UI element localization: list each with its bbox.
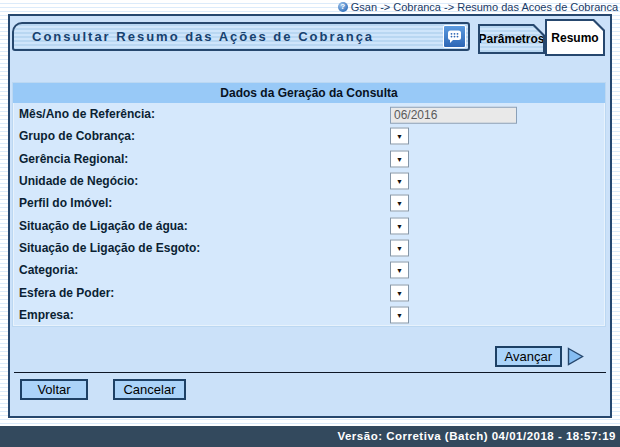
field-label: Esfera de Poder: (13, 286, 114, 300)
form-panel: Dados da Geração da Consulta Mês/Ano de … (12, 82, 606, 327)
form-rows: Mês/Ano de Referência: Grupo de Cobrança… (13, 103, 605, 326)
dropdown[interactable] (390, 239, 409, 256)
dropdown[interactable] (390, 306, 409, 323)
divider (14, 372, 606, 373)
chat-bubble-icon[interactable] (443, 25, 466, 48)
form-row: Gerência Regional: (13, 148, 605, 170)
bottom-buttons: Voltar Cancelar (20, 379, 186, 400)
dropdown[interactable] (390, 195, 409, 212)
field-label: Empresa: (13, 308, 74, 322)
month-year-input (390, 106, 517, 123)
dropdown[interactable] (390, 217, 409, 234)
help-icon[interactable]: ? (338, 2, 348, 12)
advance-area: Avançar (495, 346, 584, 367)
form-row: Categoria: (13, 259, 605, 281)
form-section-title: Dados da Geração da Consulta (13, 83, 605, 103)
dropdown[interactable] (390, 173, 409, 190)
page-title-bar: Consultar Resumo das Ações de Cobrança (12, 22, 470, 51)
tab-parametros-label: Parâmetros (480, 26, 543, 52)
form-row: Esfera de Poder: (13, 281, 605, 303)
field-control (390, 128, 409, 145)
dropdown[interactable] (390, 150, 409, 167)
field-label: Unidade de Negócio: (13, 174, 138, 188)
breadcrumb: ? Gsan -> Cobranca -> Resumo das Acoes d… (338, 0, 618, 13)
field-control (390, 306, 409, 323)
field-control (390, 105, 517, 124)
breadcrumb-text: Gsan -> Cobranca -> Resumo das Acoes de … (351, 1, 618, 13)
form-row: Perfil do Imóvel: (13, 192, 605, 214)
field-label: Mês/Ano de Referência: (13, 107, 155, 121)
back-button[interactable]: Voltar (20, 379, 88, 400)
form-row: Empresa: (13, 304, 605, 326)
tab-resumo[interactable]: Resumo (545, 19, 605, 56)
version-bar: Versão: Corretiva (Batch) 04/01/2018 - 1… (0, 426, 620, 447)
dropdown[interactable] (390, 128, 409, 145)
dropdown[interactable] (390, 262, 409, 279)
form-row: Unidade de Negócio: (13, 170, 605, 192)
form-row: Grupo de Cobrança: (13, 125, 605, 147)
version-text: Versão: Corretiva (Batch) 04/01/2018 - 1… (337, 430, 616, 442)
form-row: Situação de Ligação de água: (13, 214, 605, 236)
field-control (390, 150, 409, 167)
arrow-right-icon[interactable] (567, 347, 584, 366)
tab-resumo-label: Resumo (547, 21, 603, 54)
form-row: Situação de Ligação de Esgoto: (13, 237, 605, 259)
field-control (390, 217, 409, 234)
field-label: Gerência Regional: (13, 152, 128, 166)
field-label: Situação de Ligação de água: (13, 219, 188, 233)
field-control (390, 239, 409, 256)
field-label: Perfil do Imóvel: (13, 196, 112, 210)
field-control (390, 262, 409, 279)
field-control (390, 284, 409, 301)
field-control (390, 173, 409, 190)
tab-parametros[interactable]: Parâmetros (478, 24, 545, 54)
field-label: Categoria: (13, 263, 78, 277)
form-row: Mês/Ano de Referência: (13, 103, 605, 125)
field-control (390, 195, 409, 212)
advance-button[interactable]: Avançar (495, 346, 562, 367)
field-label: Situação de Ligação de Esgoto: (13, 241, 200, 255)
chat-bubble-glyph (446, 28, 463, 45)
field-label: Grupo de Cobrança: (13, 129, 135, 143)
main-window: Consultar Resumo das Ações de Cobrança P… (8, 14, 612, 418)
dropdown[interactable] (390, 284, 409, 301)
page-title: Consultar Resumo das Ações de Cobrança (32, 29, 374, 44)
cancel-button[interactable]: Cancelar (113, 379, 186, 400)
